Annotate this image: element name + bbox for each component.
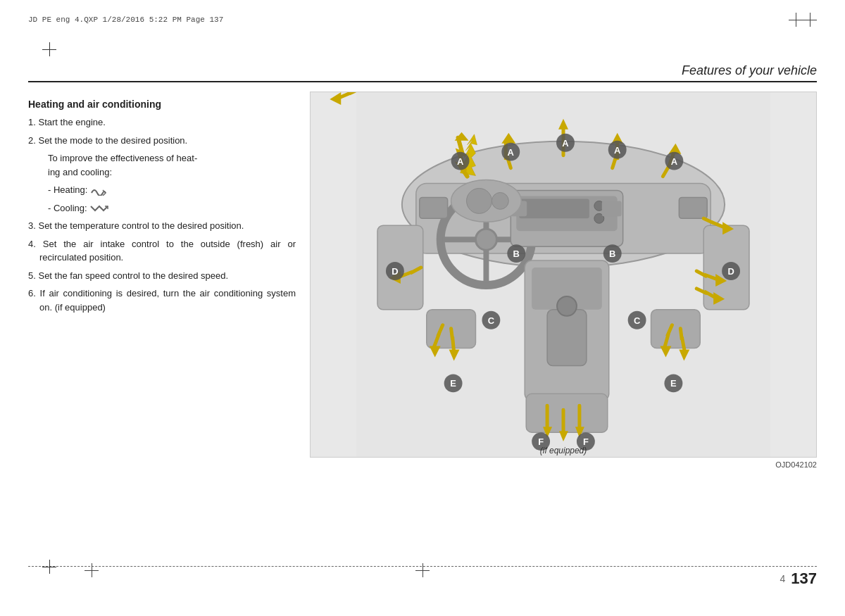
registration-cross-top: [789, 13, 803, 27]
cooling-icon: [89, 203, 109, 213]
step-text: Set the fan speed control to the desired…: [38, 270, 228, 281]
registration-cross-bottom-left: [84, 563, 99, 577]
list-item: 4. Set the air intake control to the out…: [28, 237, 296, 265]
step-text: Set the mode to the desired position.: [38, 135, 187, 146]
svg-rect-26: [526, 394, 608, 432]
svg-point-29: [492, 192, 508, 209]
svg-text:C: C: [634, 315, 640, 326]
svg-point-28: [467, 188, 492, 213]
step-number: 4.: [28, 239, 43, 249]
page-number-area: 4 137: [780, 570, 817, 588]
list-item-cooling: - Cooling:: [28, 201, 296, 215]
svg-rect-11: [519, 199, 589, 218]
svg-text:E: E: [670, 378, 677, 389]
step-text: If air conditioning is desired, turn the…: [39, 288, 296, 313]
top-header: JD PE eng 4.QXP 1/28/2016 5:22 PM Page 1…: [28, 13, 817, 27]
svg-rect-19: [679, 197, 707, 218]
step-text: Start the engine.: [38, 117, 105, 127]
svg-text:A: A: [614, 145, 620, 156]
svg-marker-39: [330, 92, 341, 105]
list-item: 1. Start the engine.: [28, 115, 296, 130]
list-item: 2. Set the mode to the desired position.: [28, 134, 296, 148]
svg-text:A: A: [562, 138, 568, 149]
svg-rect-21: [602, 201, 622, 216]
svg-rect-18: [420, 197, 448, 218]
ojd-reference: OJD042102: [310, 460, 817, 469]
file-info: JD PE eng 4.QXP 1/28/2016 5:22 PM Page 1…: [28, 15, 789, 24]
list-item: 5. Set the fan speed control to the desi…: [28, 269, 296, 283]
section-heading: Heating and air conditioning: [28, 99, 296, 110]
svg-point-17: [557, 296, 577, 316]
svg-text:E: E: [450, 378, 456, 389]
main-content: Heating and air conditioning 1. Start th…: [28, 84, 817, 553]
svg-text:A: A: [671, 156, 677, 167]
registration-cross-top-right: [803, 13, 817, 27]
section-title: Features of your vehicle: [682, 63, 817, 78]
svg-rect-25: [651, 310, 701, 348]
diagram-box: A A A A A B B C C: [310, 92, 817, 458]
chapter-number: 4: [780, 573, 785, 584]
svg-rect-16: [547, 310, 587, 366]
svg-point-4: [475, 229, 496, 250]
registration-cross-bottom-center: [415, 563, 430, 577]
registration-mark-top-left: [42, 42, 56, 56]
registration-mark-bottom-left: [42, 560, 56, 574]
svg-text:B: B: [609, 249, 615, 259]
section-title-bar: Features of your vehicle: [28, 63, 817, 82]
list-item-indent: To improve the effectiveness of heat-ing…: [28, 151, 296, 179]
step-text: Set the air intake control to the outsid…: [39, 239, 296, 263]
step-number: 6.: [28, 288, 40, 298]
step-number: 5.: [28, 270, 38, 281]
diagram-column: A A A A A B B C C: [310, 84, 817, 553]
step-text: - Cooling:: [48, 203, 89, 213]
svg-text:C: C: [488, 315, 494, 326]
page-number: 137: [791, 570, 817, 588]
step-text: Set the temperature control to the desir…: [38, 220, 244, 231]
text-column: Heating and air conditioning 1. Start th…: [28, 84, 296, 553]
step-text: - Heating:: [48, 184, 90, 195]
list-item: 3. Set the temperature control to the de…: [28, 219, 296, 233]
svg-text:D: D: [727, 266, 734, 277]
svg-text:A: A: [457, 156, 463, 167]
svg-text:(if equipped): (if equipped): [540, 446, 587, 455]
step-number: 2.: [28, 135, 38, 146]
step-number: 1.: [28, 117, 38, 127]
heating-icon: [90, 186, 107, 196]
list-item-heating: - Heating:: [28, 183, 296, 197]
step-text: To improve the effectiveness of heat-ing…: [48, 153, 197, 177]
svg-text:B: B: [513, 249, 520, 259]
svg-text:A: A: [508, 147, 514, 158]
instruction-list: 1. Start the engine. 2. Set the mode to …: [28, 115, 296, 314]
list-item: 6. If air conditioning is desired, turn …: [28, 287, 296, 314]
car-diagram-svg: A A A A A B B C C: [311, 92, 816, 457]
svg-text:D: D: [392, 266, 398, 277]
step-number: 3.: [28, 220, 38, 231]
